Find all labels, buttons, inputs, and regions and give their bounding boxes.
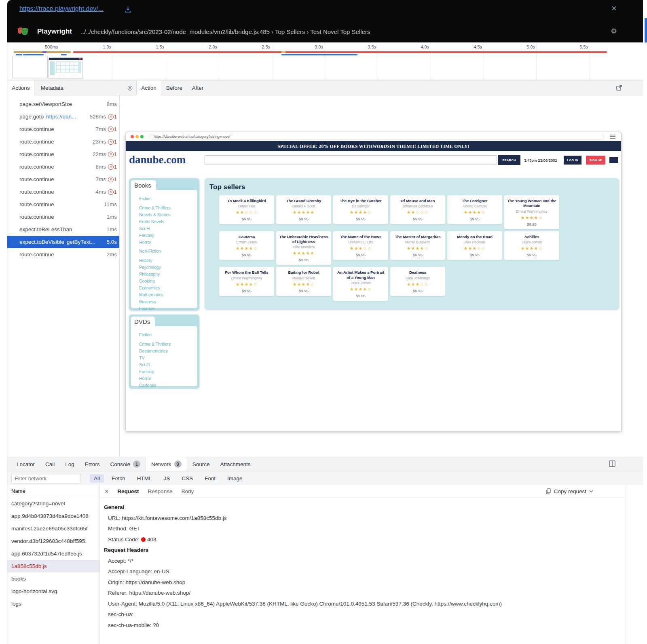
network-request-row[interactable]: logs xyxy=(7,598,99,610)
tab-action[interactable]: Action xyxy=(136,80,161,95)
action-row[interactable]: expect.toBeVisible getByText... 5.0s × xyxy=(7,236,119,248)
film-strip-frame[interactable] xyxy=(13,56,48,78)
filter-chip[interactable]: All xyxy=(90,474,104,483)
open-external-icon[interactable] xyxy=(616,84,622,92)
filter-chip[interactable]: HTML xyxy=(133,474,156,483)
trace-url-link[interactable]: https://trace.playwright.dev/... xyxy=(19,5,104,13)
action-name: route.continue xyxy=(19,139,54,145)
error-x-icon: × xyxy=(108,164,114,170)
network-request-row[interactable]: books xyxy=(7,572,99,585)
action-row[interactable]: route.continue 8ms ×1 xyxy=(7,160,119,173)
product-price: $9.95 xyxy=(221,253,272,257)
network-request-row[interactable]: category?string=novel xyxy=(7,497,99,510)
error-x-icon: × xyxy=(108,152,114,157)
tab-actions[interactable]: Actions xyxy=(7,80,35,95)
product-price: $9.95 xyxy=(335,293,386,298)
category-link: Business xyxy=(135,298,194,305)
filter-chip[interactable]: Fetch xyxy=(108,474,129,483)
bottom-tab[interactable]: Network 9 xyxy=(146,457,187,471)
action-row[interactable]: route.continue 11ms × xyxy=(7,198,119,211)
network-request-row[interactable]: vendor.d3bf129603c448bff595. xyxy=(7,535,99,547)
request-detail-body: General URL: https://kit.fontawesome.com… xyxy=(100,498,626,631)
product-title: The Young Woman and the Mountain xyxy=(506,198,557,209)
action-row[interactable]: route.continue 4ms ×1 xyxy=(7,186,119,198)
close-icon[interactable]: × xyxy=(611,4,617,13)
tab-body[interactable]: Body xyxy=(181,488,194,494)
split-view-icon[interactable] xyxy=(609,460,616,469)
product-author: Jayce Jomes xyxy=(506,240,557,244)
category-link: Cartoons xyxy=(135,382,194,389)
product-title: Achilles xyxy=(506,234,557,239)
bottom-tab[interactable]: Locator xyxy=(11,457,40,471)
product-author: DJ Salinger xyxy=(335,204,386,208)
action-error-badge: ×1 xyxy=(108,177,117,182)
tab-after[interactable]: After xyxy=(187,80,208,95)
site-time: 3:43pm 23/06/2002 xyxy=(524,158,557,163)
timeline-tick: 3.5s xyxy=(325,42,378,80)
product-title: Baiting for Robot xyxy=(278,270,329,275)
product-card: Achilles Jayce Jomes ★★★★☆ $9.95 xyxy=(504,231,559,260)
gear-icon[interactable]: ⚙ xyxy=(611,27,617,36)
product-title: The Unbearable Heaviness of Lightness xyxy=(278,234,329,245)
page-right-accent xyxy=(645,18,647,42)
site-signup-button: SIGN UP xyxy=(586,156,605,165)
tab-response[interactable]: Response xyxy=(148,488,173,494)
action-duration: 11ms xyxy=(101,201,117,207)
tab-before[interactable]: Before xyxy=(162,80,186,95)
category-link: Horror xyxy=(135,375,194,382)
product-price: $9.95 xyxy=(221,217,272,221)
action-row[interactable]: expect.toBeLessThan 1ms × xyxy=(7,223,119,236)
product-price: $9.95 xyxy=(335,217,386,221)
filter-chip[interactable]: CSS xyxy=(178,474,197,483)
network-request-row[interactable]: logo-horizontal.svg xyxy=(7,585,99,598)
action-row[interactable]: route.continue 1ms × xyxy=(7,211,119,223)
network-request-row[interactable]: app.9d4b843873d4ba9dce1408 xyxy=(7,510,99,522)
network-request-row[interactable]: manifest.2ae2e69a05c33dfc65f xyxy=(7,522,99,535)
action-row[interactable]: page.setViewportSize 8ms × xyxy=(7,98,119,110)
action-row[interactable]: route.continue 7ms ×1 xyxy=(7,173,119,186)
product-card: Baiting for Robot Manuel Rickett ★★★★☆ $… xyxy=(276,267,331,296)
filter-network-input[interactable] xyxy=(11,473,81,484)
download-icon[interactable] xyxy=(125,6,131,15)
action-row[interactable]: route.continue 22ms ×1 xyxy=(7,148,119,160)
copy-request-button[interactable]: Copy request xyxy=(546,488,593,494)
detail-scroll-divider xyxy=(626,485,626,644)
dvds-card-tab: DVDs xyxy=(131,317,155,326)
timeline-tick: 5.0s xyxy=(484,42,537,80)
network-request-row[interactable]: 1a858c55db.js xyxy=(7,560,99,572)
timeline-ruler: 500ms1.0s1.5s2.0s2.5s3.0s3.5s4.0s4.5s5.0… xyxy=(7,42,590,80)
bottom-tab[interactable]: Console 1 xyxy=(105,457,146,471)
action-row[interactable]: route.continue 2ms × xyxy=(7,248,119,261)
action-row[interactable]: route.continue 23ms ×1 xyxy=(7,135,119,148)
bottom-tab[interactable]: Attachments xyxy=(215,457,256,471)
action-duration: 8ms xyxy=(103,101,117,107)
bottom-tab[interactable]: Log xyxy=(60,457,80,471)
bottom-tab[interactable]: Errors xyxy=(80,457,105,471)
filter-chip[interactable]: Image xyxy=(223,474,247,483)
product-price: $9.95 xyxy=(278,289,329,293)
bottom-tab[interactable]: Source xyxy=(187,457,215,471)
product-title: Of Mouse and Man xyxy=(392,198,443,203)
action-link[interactable]: https://dan... xyxy=(46,114,76,120)
filter-chip[interactable]: JS xyxy=(160,474,174,483)
filter-chip[interactable]: Font xyxy=(201,474,220,483)
action-list: page.setViewportSize 8ms × page.goto htt… xyxy=(7,95,120,457)
category-link: Fantasy xyxy=(135,232,194,239)
tab-request[interactable]: Request xyxy=(117,488,139,494)
product-rating-stars: ★★★★☆ xyxy=(506,246,557,251)
category-link: Sci-Fi xyxy=(135,361,194,368)
target-icon[interactable]: ◎ xyxy=(127,84,133,91)
bottom-tab[interactable]: Call xyxy=(40,457,60,471)
action-name: expect.toBeVisible xyxy=(19,239,64,245)
request-header-line: sec-ch-ua: xyxy=(104,609,626,620)
network-request-row[interactable]: app.603732df1d547fedff55.js xyxy=(7,547,99,560)
timeline[interactable]: 500ms1.0s1.5s2.0s2.5s3.0s3.5s4.0s4.5s5.0… xyxy=(7,42,643,80)
request-header-line: Accept-Language: en-US xyxy=(104,566,626,577)
action-error-badge: ×1 xyxy=(108,127,117,132)
action-row[interactable]: route.continue 7ms ×1 xyxy=(7,123,119,135)
close-detail-icon[interactable]: × xyxy=(105,488,108,495)
film-strip-frame[interactable] xyxy=(49,57,83,79)
timeline-tick: 3.0s xyxy=(272,42,325,80)
action-row[interactable]: page.goto https://dan... 526ms ×1 xyxy=(7,110,119,123)
tab-metadata[interactable]: Metadata xyxy=(36,80,69,95)
